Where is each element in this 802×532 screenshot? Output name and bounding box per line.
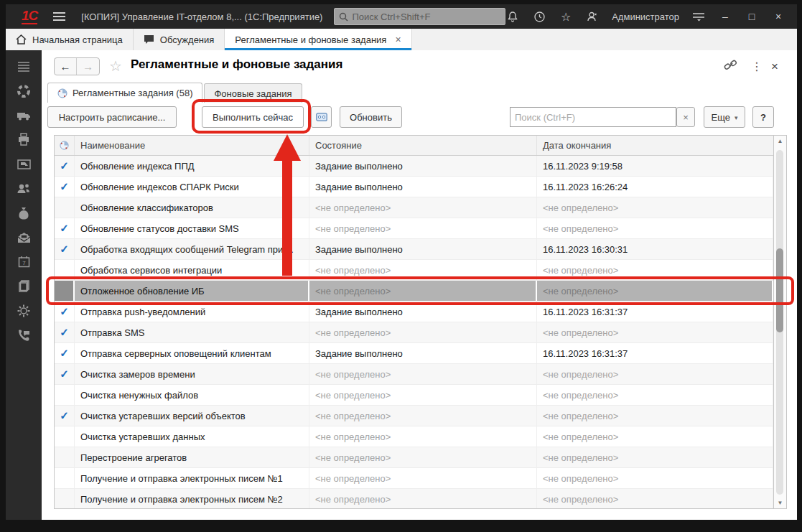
flag-icon[interactable] xyxy=(16,157,32,172)
more-button[interactable]: Еще ▾ xyxy=(704,106,745,128)
chat-icon xyxy=(144,34,154,45)
favorites-star-icon[interactable]: ☆ xyxy=(559,9,573,24)
job-name-cell: Обработка сервисов интеграции xyxy=(75,260,309,280)
vertical-scrollbar[interactable]: ▲ ▼ xyxy=(774,135,787,509)
kebab-menu-icon[interactable]: ⋮ xyxy=(751,60,763,73)
job-state-cell: Задание выполнено xyxy=(309,343,537,363)
table-row[interactable]: Перестроение агрегатов<не определено><не… xyxy=(55,447,773,468)
tab-home[interactable]: Начальная страница xyxy=(6,29,134,50)
documents-icon[interactable] xyxy=(16,279,32,294)
lifebuoy-icon[interactable] xyxy=(16,83,32,98)
scroll-down-icon[interactable]: ▼ xyxy=(774,500,786,506)
job-state-cell: <не определено> xyxy=(309,260,537,280)
table-row[interactable]: ✓Обновление индексов СПАРК РискиЗадание … xyxy=(55,177,773,197)
table-row[interactable]: ✓Отправка push-уведомленийЗадание выполн… xyxy=(55,302,773,322)
job-name-cell: Очистка устаревших данных xyxy=(75,426,309,447)
scroll-up-icon[interactable]: ▲ xyxy=(774,138,786,144)
job-date-cell: 16.11.2023 9:19:58 xyxy=(537,156,773,176)
table-row[interactable]: ✓Отправка серверных оповещений клиентамЗ… xyxy=(55,343,773,364)
job-date-cell: <не определено> xyxy=(537,197,773,218)
help-button[interactable]: ? xyxy=(752,106,774,128)
subtabs: Регламентные задания (58) Фоновые задани… xyxy=(47,83,304,103)
run-now-button[interactable]: Выполнить сейчас xyxy=(202,106,304,128)
subtab-scheduled[interactable]: Регламентные задания (58) xyxy=(47,83,202,103)
job-enabled-check-icon: ✓ xyxy=(55,302,75,322)
table-row[interactable]: ✓Обновление статусов доставки SMS<не опр… xyxy=(55,218,773,239)
table-row[interactable]: ✓Обработка входящих сообщений Telegram п… xyxy=(55,239,773,260)
users-icon[interactable] xyxy=(16,181,32,196)
minimize-icon[interactable]: – xyxy=(718,9,732,24)
phone-chat-icon[interactable] xyxy=(16,327,32,342)
job-date-cell: 16.11.2023 16:30:31 xyxy=(537,239,773,259)
printer-icon[interactable] xyxy=(16,132,32,147)
global-search-input[interactable] xyxy=(352,11,500,22)
job-state-cell: <не определено> xyxy=(309,426,537,447)
global-search-box[interactable] xyxy=(334,8,505,25)
table-row[interactable]: ✓Обновление индекса ППДЗадание выполнено… xyxy=(55,156,773,177)
notifications-bell-icon[interactable] xyxy=(505,9,520,24)
job-date-cell: <не определено> xyxy=(537,406,773,426)
table-row[interactable]: Получение и отправка электронных писем №… xyxy=(55,468,773,489)
job-date-cell: <не определено> xyxy=(537,281,773,301)
job-check-cell xyxy=(55,447,75,467)
service-menu-icon[interactable] xyxy=(691,9,706,24)
job-name-cell: Обработка входящих сообщений Telegram пр… xyxy=(75,239,309,259)
get-link-icon[interactable] xyxy=(724,60,737,74)
table-row[interactable]: Обновление классификаторов<не определено… xyxy=(55,197,773,218)
mail-icon[interactable] xyxy=(16,230,32,245)
job-check-cell xyxy=(55,281,75,301)
job-date-cell: <не определено> xyxy=(537,426,773,447)
job-name-cell: Обновление индексов СПАРК Риски xyxy=(75,177,309,197)
column-header-name[interactable]: Наименование xyxy=(75,136,309,155)
search-clear-button[interactable]: × xyxy=(676,107,695,127)
refresh-button[interactable]: Обновить xyxy=(340,106,402,128)
sidebar: $ 7 xyxy=(6,50,42,520)
table-row[interactable]: Обработка сервисов интеграции<не определ… xyxy=(55,260,773,281)
table-row[interactable]: Очистка ненужных файлов<не определено><н… xyxy=(55,385,773,406)
column-header-date[interactable]: Дата окончания xyxy=(537,136,773,155)
main-menu-icon[interactable] xyxy=(53,12,65,21)
tab-close-icon[interactable]: × xyxy=(395,34,401,45)
list-search-input[interactable] xyxy=(510,112,676,123)
journal-button[interactable] xyxy=(311,106,332,128)
job-state-cell: Задание выполнено xyxy=(309,239,537,259)
job-date-cell: <не определено> xyxy=(537,447,773,467)
job-name-cell: Получение и отправка электронных писем №… xyxy=(75,489,309,509)
table-row[interactable]: Отложенное обновление ИБ<не определено><… xyxy=(55,281,773,302)
forward-button[interactable]: → xyxy=(77,58,99,75)
nav-history-group: ← → xyxy=(54,57,100,75)
table-row[interactable]: ✓Очистка замеров времени<не определено><… xyxy=(55,364,773,385)
job-state-cell: <не определено> xyxy=(309,197,537,218)
job-enabled-check-icon: ✓ xyxy=(55,364,75,384)
job-name-cell: Обновление статусов доставки SMS xyxy=(75,218,309,238)
form-close-icon[interactable]: × xyxy=(771,60,778,74)
close-icon[interactable]: × xyxy=(771,9,785,24)
scrollbar-thumb[interactable] xyxy=(776,248,783,332)
tab-discussions[interactable]: Обсуждения xyxy=(134,29,225,50)
job-name-cell: Обновление классификаторов xyxy=(75,197,309,218)
list-search-box[interactable] xyxy=(510,107,676,127)
configure-schedule-button[interactable]: Настроить расписание... xyxy=(47,106,177,128)
gear-icon[interactable] xyxy=(16,303,32,318)
calendar-icon[interactable]: 7 xyxy=(16,254,32,269)
current-user-label[interactable]: Администратор xyxy=(612,11,679,22)
menu-lines-icon[interactable] xyxy=(16,59,32,74)
maximize-icon[interactable]: □ xyxy=(745,9,759,24)
subtab-background[interactable]: Фоновые задания xyxy=(204,83,302,103)
history-icon[interactable] xyxy=(532,9,546,24)
table-row[interactable]: ✓Отправка SMS<не определено><не определе… xyxy=(55,322,773,343)
job-state-cell: <не определено> xyxy=(309,468,537,488)
svg-text:7: 7 xyxy=(22,260,26,266)
job-check-cell xyxy=(55,260,75,280)
tab-scheduled-jobs[interactable]: Регламентные и фоновые задания × xyxy=(225,29,411,50)
table-row[interactable]: Очистка устаревших данных<не определено>… xyxy=(55,426,773,447)
column-header-state[interactable]: Состояние xyxy=(309,136,537,155)
table-row[interactable]: Получение и отправка электронных писем №… xyxy=(55,489,773,509)
table-row[interactable]: ✓Очистка устаревших версий объектов<не о… xyxy=(55,406,773,426)
back-button[interactable]: ← xyxy=(55,58,77,75)
schedule-column-icon[interactable] xyxy=(55,136,75,155)
money-bag-icon[interactable]: $ xyxy=(16,205,32,220)
truck-icon[interactable] xyxy=(16,108,32,123)
user-icon[interactable] xyxy=(585,9,600,24)
add-favorite-star-icon[interactable]: ☆ xyxy=(109,57,122,75)
